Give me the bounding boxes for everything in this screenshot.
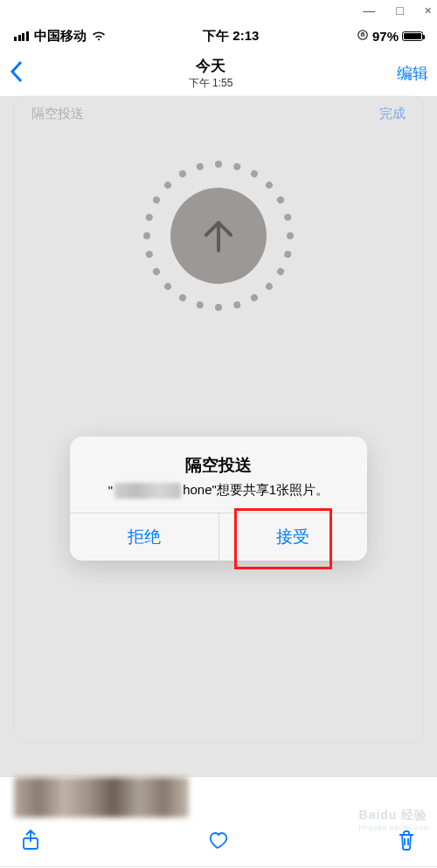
window-minimize-button[interactable]: — — [363, 4, 375, 17]
rotation-lock-icon — [357, 29, 369, 44]
photos-toolbar — [0, 817, 437, 866]
signal-icon — [14, 31, 29, 41]
airdrop-progress — [14, 157, 423, 314]
photo-thumbnails[interactable] — [14, 777, 189, 817]
wifi-icon — [92, 29, 106, 44]
edit-button[interactable]: 编辑 — [397, 63, 428, 84]
content-area: 隔空投送 完成 隔空投送 "hone"想要共享1张照片。 拒绝 接受 — [0, 96, 437, 777]
nav-title-text: 今天 — [189, 56, 233, 76]
svg-point-0 — [358, 30, 368, 39]
sender-name-redacted — [114, 483, 181, 499]
card-header-left: 隔空投送 — [31, 106, 84, 122]
battery-icon — [402, 31, 423, 41]
alert-message: "hone"想要共享1张照片。 — [86, 482, 351, 499]
share-button[interactable] — [19, 829, 42, 855]
window-maximize-button[interactable]: □ — [396, 4, 403, 17]
status-bar: 中国移动 下午 2:13 97% — [0, 21, 437, 51]
progress-dots — [140, 157, 297, 314]
back-button[interactable] — [9, 59, 24, 87]
carrier-label: 中国移动 — [34, 28, 87, 45]
accept-button[interactable]: 接受 — [218, 513, 368, 561]
battery-percent: 97% — [372, 29, 399, 44]
alert-message-text: hone"想要共享1张照片。 — [183, 482, 329, 499]
nav-subtitle-text: 下午 1:55 — [189, 76, 233, 91]
alert-title: 隔空投送 — [86, 454, 351, 477]
airdrop-alert: 隔空投送 "hone"想要共享1张照片。 拒绝 接受 — [70, 437, 367, 561]
window-chrome: — □ × — [0, 0, 437, 21]
delete-button[interactable] — [395, 829, 418, 855]
airdrop-receive-card: 隔空投送 完成 — [14, 96, 423, 742]
decline-button[interactable]: 拒绝 — [70, 513, 218, 561]
status-time: 下午 2:13 — [203, 28, 259, 45]
nav-title: 今天 下午 1:55 — [189, 56, 233, 91]
window-close-button[interactable]: × — [425, 4, 432, 17]
card-header-done[interactable]: 完成 — [379, 106, 406, 122]
nav-bar: 今天 下午 1:55 编辑 — [0, 51, 437, 96]
favorite-button[interactable] — [207, 829, 230, 855]
